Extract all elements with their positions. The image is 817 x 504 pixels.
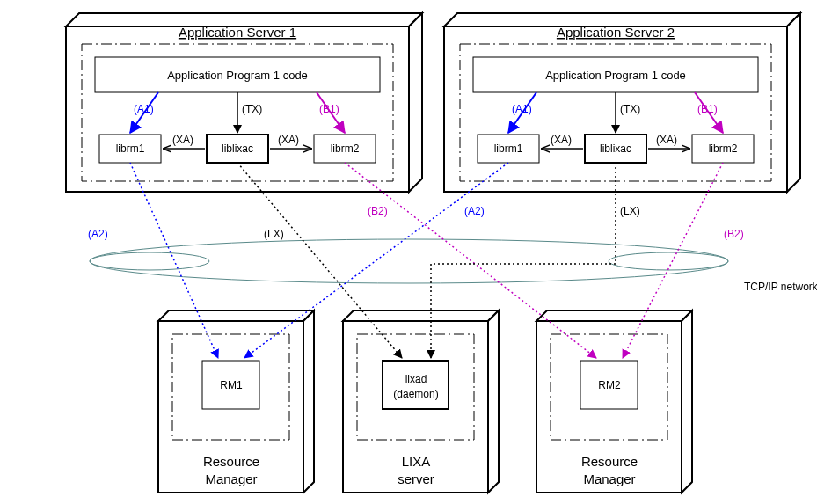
- app-server-1: Application Server 1 Application Program…: [66, 13, 422, 192]
- liblixac-a: liblixac: [222, 142, 253, 155]
- label-xa-as2-1: (XA): [551, 134, 572, 146]
- label-tx-as2: (TX): [620, 103, 640, 115]
- as2-appcode: Application Program 1 code: [545, 69, 686, 82]
- tcpip-cloud-lobe: [609, 252, 728, 270]
- tcpip-label: TCP/IP network: [744, 281, 817, 293]
- librm2-a: librm2: [331, 142, 360, 155]
- label-a2-as2: (A2): [464, 205, 485, 217]
- label-xa-as1-1: (XA): [172, 134, 193, 146]
- architecture-diagram: TCP/IP network Application Server 1 Appl…: [0, 0, 817, 504]
- label-b2-as1: (B2): [368, 205, 388, 217]
- liblixac-b: liblixac: [600, 142, 631, 155]
- label-a1-as1: (A1): [134, 103, 154, 115]
- label-xa-as1-2: (XA): [278, 134, 299, 146]
- tcpip-cloud-lobe: [90, 252, 209, 270]
- rm2-title2: Manager: [583, 471, 635, 486]
- as1-title: Application Server 1: [179, 25, 296, 40]
- rm1-title1: Resource: [203, 454, 259, 469]
- resource-manager-1: RM1 Resource Manager: [158, 310, 314, 493]
- as2-title: Application Server 2: [557, 25, 675, 40]
- label-a2-as1: (A2): [88, 228, 108, 240]
- tcpip-cloud: [90, 239, 728, 283]
- as1-appcode: Application Program 1 code: [167, 69, 308, 82]
- label-lx-as2: (LX): [620, 205, 640, 217]
- label-a1-as2: (A1): [512, 103, 532, 115]
- lixad-box-2: (daemon): [393, 388, 438, 400]
- rm2-title1: Resource: [581, 454, 638, 469]
- librm2-b: librm2: [709, 142, 738, 155]
- lixa-title1: LIXA: [402, 454, 431, 469]
- label-b2-as2: (B2): [724, 228, 744, 240]
- app-server-2: Application Server 2 Application Program…: [444, 13, 800, 192]
- lixa-title2: server: [398, 471, 434, 486]
- label-b1-as2: (B1): [697, 103, 718, 115]
- label-lx-as1: (LX): [264, 228, 284, 240]
- lixad-box-1: lixad: [405, 373, 427, 385]
- rm2-box: RM2: [598, 379, 621, 391]
- resource-manager-2: RM2 Resource Manager: [536, 310, 692, 493]
- label-b1-as1: (B1): [319, 103, 339, 115]
- label-xa-as2-2: (XA): [656, 134, 677, 146]
- rm1-title2: Manager: [205, 471, 257, 486]
- lixa-server: lixad (daemon) LIXA server: [343, 310, 499, 493]
- librm1-b: librm1: [494, 142, 523, 155]
- rm1-box: RM1: [220, 379, 243, 391]
- label-tx-as1: (TX): [242, 103, 262, 115]
- librm1-a: librm1: [116, 142, 145, 155]
